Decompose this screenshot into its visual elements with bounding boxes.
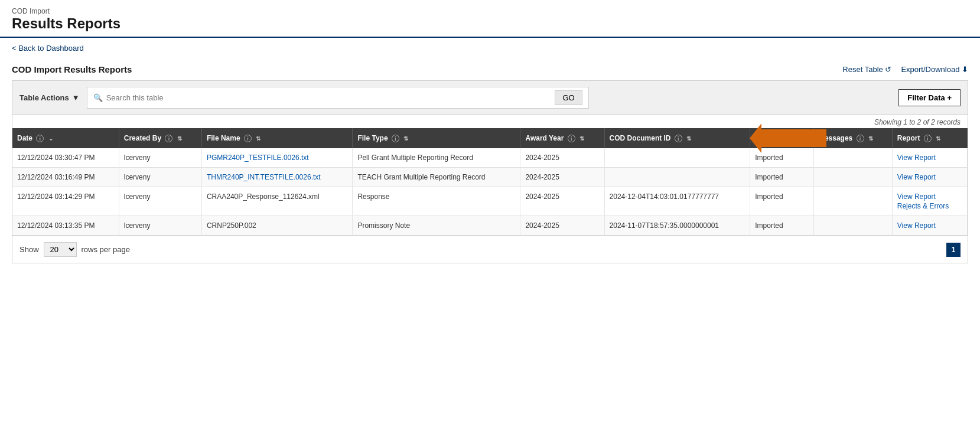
rejects-errors-link[interactable]: Rejects & Errors — [897, 202, 962, 210]
cell-report: View Report — [892, 148, 967, 168]
cell-file-type: Response — [353, 187, 520, 216]
search-input[interactable] — [106, 93, 552, 102]
file-type-info-icon: i — [392, 135, 399, 142]
cell-created-by: lcerveny — [119, 187, 201, 216]
cell-cod-document-id: 2024-12-04T14:03:01.0177777777 — [604, 187, 750, 216]
award-year-info-icon: i — [568, 135, 575, 142]
created-by-info-icon: i — [165, 135, 172, 142]
breadcrumb-bar: < Back to Dashboard — [0, 38, 980, 58]
cell-date: 12/12/2024 03:30:47 PM — [12, 148, 119, 168]
cell-result: Imported — [750, 187, 814, 216]
cell-cod-document-id — [604, 148, 750, 168]
results-table: Date i ⌄ Created By i ⇅ File Name i ⇅ — [12, 128, 968, 236]
date-info-icon: i — [36, 135, 44, 142]
messages-sort-icon[interactable]: ⇅ — [868, 135, 873, 142]
view-report-link[interactable]: View Report — [897, 173, 962, 181]
file-type-sort-icon[interactable]: ⇅ — [403, 135, 408, 142]
table-row: 12/12/2024 03:14:29 PMlcervenyCRAA240P_R… — [12, 187, 968, 216]
cell-file-type: TEACH Grant Multiple Reporting Record — [353, 168, 520, 187]
search-go-button[interactable]: GO — [555, 90, 582, 105]
created-by-sort-icon[interactable]: ⇅ — [177, 135, 182, 142]
table-wrapper: Date i ⌄ Created By i ⇅ File Name i ⇅ — [12, 128, 968, 236]
section-header: COD Import Results Reports Reset Table ↺… — [12, 64, 968, 74]
cell-report: View Report — [892, 216, 967, 236]
cell-file-name: THMR240P_INT.TESTFILE.0026.txt — [201, 168, 353, 187]
col-cod-document-id: COD Document ID i ⇅ — [604, 128, 750, 148]
cell-messages — [813, 187, 892, 216]
table-actions-label: Table Actions — [19, 93, 69, 102]
file-name-link[interactable]: PGMR240P_TESTFILE.0026.txt — [207, 154, 309, 162]
col-report: Report i ⇅ — [892, 128, 967, 148]
cell-file-type: Promissory Note — [353, 216, 520, 236]
result-sort-icon[interactable]: ⇅ — [793, 135, 797, 142]
search-wrapper: 🔍 GO — [87, 87, 589, 109]
export-download-button[interactable]: Export/Download ⬇ — [901, 65, 968, 74]
cell-award-year: 2024-2025 — [520, 187, 604, 216]
view-report-link[interactable]: View Report — [897, 192, 962, 201]
cell-date: 12/12/2024 03:14:29 PM — [12, 187, 119, 216]
award-year-sort-icon[interactable]: ⇅ — [579, 135, 584, 142]
cell-award-year: 2024-2025 — [520, 148, 604, 168]
record-count: Showing 1 to 2 of 2 records — [12, 115, 968, 128]
col-award-year: Award Year i ⇅ — [520, 128, 604, 148]
section-title: COD Import Results Reports — [12, 64, 132, 74]
cell-messages — [813, 148, 892, 168]
col-created-by: Created By i ⇅ — [119, 128, 201, 148]
reset-table-button[interactable]: Reset Table ↺ — [842, 65, 891, 74]
cell-result: Imported — [750, 148, 814, 168]
table-actions-button[interactable]: Table Actions ▼ — [19, 93, 80, 102]
page-header: COD Import Results Reports — [0, 0, 980, 38]
page-title: Results Reports — [12, 15, 968, 32]
col-date: Date i ⌄ — [12, 128, 119, 148]
cell-file-type: Pell Grant Multiple Reporting Record — [353, 148, 520, 168]
file-name-link[interactable]: THMR240P_INT.TESTFILE.0026.txt — [207, 173, 321, 181]
cell-file-name: CRNP250P.002 — [201, 216, 353, 236]
cell-award-year: 2024-2025 — [520, 216, 604, 236]
cell-date: 12/12/2024 03:16:49 PM — [12, 168, 119, 187]
messages-info-icon: i — [857, 135, 864, 142]
table-footer: Show 20 50 100 rows per page 1 — [12, 236, 968, 263]
cell-created-by: lcerveny — [119, 148, 201, 168]
search-icon: 🔍 — [93, 93, 103, 102]
table-container: Table Actions ▼ 🔍 GO Filter Data + Showi… — [12, 80, 968, 263]
cell-report: View ReportRejects & Errors — [892, 187, 967, 216]
cell-award-year: 2024-2025 — [520, 168, 604, 187]
rows-per-page-select[interactable]: 20 50 100 — [44, 242, 77, 257]
filter-data-button[interactable]: Filter Data + — [898, 89, 961, 106]
cell-messages — [813, 216, 892, 236]
table-toolbar: Table Actions ▼ 🔍 GO Filter Data + — [12, 81, 968, 115]
main-content: COD Import Results Reports Reset Table ↺… — [0, 58, 980, 275]
file-name-info-icon: i — [244, 135, 252, 142]
cell-created-by: lcerveny — [119, 216, 201, 236]
cell-date: 12/12/2024 03:13:35 PM — [12, 216, 119, 236]
page-number-1[interactable]: 1 — [946, 243, 961, 257]
report-sort-icon[interactable]: ⇅ — [936, 135, 940, 142]
cod-doc-id-info-icon: i — [675, 135, 682, 142]
cell-cod-document-id: 2024-11-07T18:57:35.0000000001 — [604, 216, 750, 236]
module-name: COD Import — [12, 7, 968, 15]
table-row: 12/12/2024 03:30:47 PMlcervenyPGMR240P_T… — [12, 148, 968, 168]
chevron-down-icon: ▼ — [72, 93, 80, 102]
rows-per-page-label: rows per page — [82, 245, 130, 254]
date-sort-icon[interactable]: ⌄ — [48, 135, 53, 142]
cell-created-by: lcerveny — [119, 168, 201, 187]
view-report-link[interactable]: View Report — [897, 154, 962, 162]
cell-cod-document-id — [604, 168, 750, 187]
cell-messages — [813, 168, 892, 187]
table-row: 12/12/2024 03:16:49 PMlcervenyTHMR240P_I… — [12, 168, 968, 187]
cell-file-name: CRAA240P_Response_112624.xml — [201, 187, 353, 216]
cell-report: View Report — [892, 168, 967, 187]
report-info-icon: i — [924, 135, 932, 142]
file-name-sort-icon[interactable]: ⇅ — [256, 135, 261, 142]
view-report-link[interactable]: View Report — [897, 221, 962, 230]
table-body: 12/12/2024 03:30:47 PMlcervenyPGMR240P_T… — [12, 148, 968, 236]
col-messages: Messages i ⇅ — [813, 128, 892, 148]
result-info-icon: i — [780, 135, 788, 142]
back-to-dashboard-link[interactable]: < Back to Dashboard — [12, 44, 84, 53]
col-file-type: File Type i ⇅ — [353, 128, 520, 148]
cell-file-name: PGMR240P_TESTFILE.0026.txt — [201, 148, 353, 168]
cell-result: Imported — [750, 168, 814, 187]
cell-result: Imported — [750, 216, 814, 236]
cod-doc-id-sort-icon[interactable]: ⇅ — [686, 135, 691, 142]
section-actions: Reset Table ↺ Export/Download ⬇ — [842, 65, 968, 74]
